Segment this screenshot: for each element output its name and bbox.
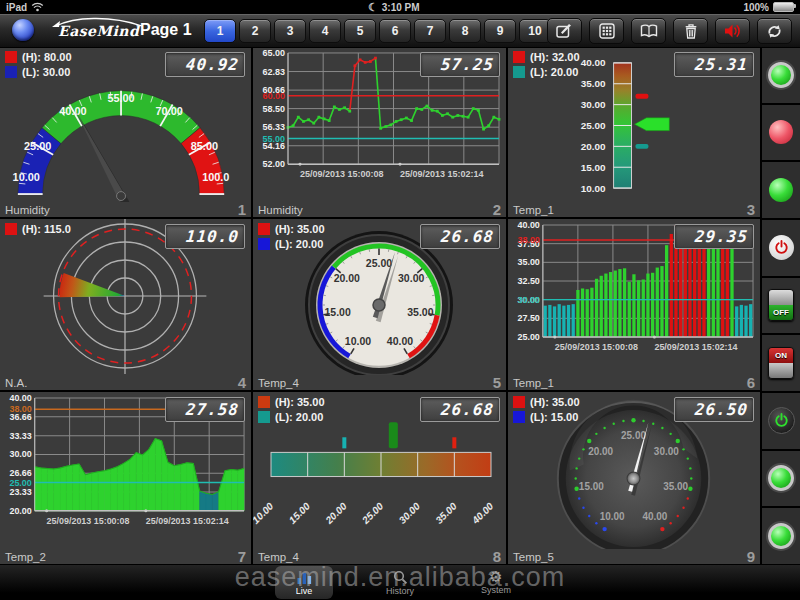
svg-text:30.00: 30.00 — [397, 500, 423, 526]
page-button-2[interactable]: 2 — [239, 19, 271, 43]
svg-text:25.00: 25.00 — [517, 332, 539, 342]
legend-swatch — [5, 223, 17, 235]
legend-label: (L): 15.00 — [530, 411, 578, 423]
tab-live[interactable]: Live — [275, 566, 333, 599]
red-led-icon — [769, 120, 793, 144]
side-control-column: OFFON — [762, 47, 800, 564]
legend-swatch — [513, 396, 525, 408]
logo-swoosh — [48, 16, 148, 30]
legend-label: (H): 35.00 — [275, 223, 325, 235]
trash-icon — [684, 23, 698, 39]
svg-text:40.00: 40.00 — [642, 511, 667, 522]
svg-text:10.00: 10.00 — [253, 500, 276, 526]
alarm-sound-button[interactable] — [715, 18, 750, 44]
page-button-1[interactable]: 1 — [204, 19, 236, 43]
panel-legend: (H): 35.00(L): 20.00 — [258, 223, 325, 250]
svg-text:70.00: 70.00 — [156, 105, 183, 117]
value-display: 110.0 — [165, 224, 245, 249]
value-display: 25.31 — [674, 52, 754, 77]
status-led-1[interactable] — [762, 47, 800, 103]
svg-text:25/09/2013 15:02:14: 25/09/2013 15:02:14 — [654, 342, 737, 352]
svg-text:23.33: 23.33 — [9, 487, 31, 497]
panel-footer: Humidity2 — [253, 202, 506, 217]
legend-item: (H): 35.00 — [258, 396, 325, 408]
easemind-dashboard: iPad ☾ 3:10 PM 100% EaseMind Page 1 1234… — [0, 0, 800, 600]
svg-text:25.00: 25.00 — [9, 478, 31, 488]
page-button-5[interactable]: 5 — [344, 19, 376, 43]
book-button[interactable] — [631, 18, 666, 44]
grid-button[interactable] — [589, 18, 624, 44]
svg-text:27.50: 27.50 — [517, 313, 539, 323]
legend-label: (H): 35.00 — [530, 396, 580, 408]
legend-item: (H): 115.0 — [5, 223, 71, 235]
switch-on[interactable]: ON — [762, 335, 800, 391]
svg-text:20.00: 20.00 — [334, 272, 360, 284]
svg-text:25/09/2013 15:00:08: 25/09/2013 15:00:08 — [47, 516, 130, 526]
status-led-2[interactable] — [762, 105, 800, 161]
page-button-7[interactable]: 7 — [414, 19, 446, 43]
value-display: 26.68 — [420, 224, 500, 249]
page-button-6[interactable]: 6 — [379, 19, 411, 43]
power-icon — [769, 235, 794, 260]
svg-text:40.00: 40.00 — [9, 393, 31, 403]
svg-text:10.00: 10.00 — [345, 335, 371, 347]
page-button-8[interactable]: 8 — [449, 19, 481, 43]
legend-item: (H): 35.00 — [513, 396, 580, 408]
delete-button[interactable] — [673, 18, 708, 44]
status-led-3[interactable] — [762, 162, 800, 218]
svg-text:52.00: 52.00 — [262, 159, 285, 169]
bar-chart-icon — [296, 570, 313, 585]
app-toolbar: EaseMind Page 1 12345678910 — [0, 14, 800, 48]
status-led-9[interactable] — [762, 508, 800, 564]
panel-humidity-gauge: (H): 80.00(L): 30.00 40.92 10.0025.0040.… — [0, 47, 251, 217]
svg-text:40.00: 40.00 — [387, 335, 413, 347]
page-button-4[interactable]: 4 — [309, 19, 341, 43]
panel-footer: Humidity1 — [0, 202, 251, 217]
legend-swatch — [258, 411, 270, 423]
sync-icon — [766, 24, 783, 39]
page-button-9[interactable]: 9 — [484, 19, 516, 43]
legend-swatch — [513, 51, 525, 63]
svg-text:20.00: 20.00 — [323, 500, 349, 527]
svg-text:20.00: 20.00 — [9, 506, 31, 516]
panel-footer: Temp_27 — [0, 549, 251, 564]
svg-text:15.00: 15.00 — [287, 500, 313, 526]
edit-icon — [556, 23, 573, 39]
power-button-red[interactable] — [762, 220, 800, 276]
page-button-3[interactable]: 3 — [274, 19, 306, 43]
switch-off[interactable]: OFF — [762, 278, 800, 334]
legend-label: (L): 30.00 — [22, 66, 70, 78]
panel-temp4-dial: (H): 35.00(L): 20.00 26.68 10.0015.0020.… — [253, 219, 506, 390]
status-led-8[interactable] — [762, 451, 800, 507]
tab-history[interactable]: History — [371, 566, 429, 599]
legend-swatch — [5, 66, 17, 78]
legend-item: (H): 32.00 — [513, 51, 580, 63]
legend-item: (L): 30.00 — [5, 66, 72, 78]
value-display: 29.35 — [674, 224, 754, 249]
battery-icon — [773, 2, 794, 12]
panel-footer: Temp_48 — [253, 549, 506, 564]
legend-label: (L): 20.00 — [275, 238, 323, 250]
book-icon — [640, 24, 658, 38]
svg-text:35.00: 35.00 — [581, 78, 606, 89]
svg-text:35.00: 35.00 — [663, 481, 688, 492]
edit-button[interactable] — [547, 18, 582, 44]
svg-text:56.33: 56.33 — [262, 122, 285, 132]
tab-system[interactable]: ⚙ System — [467, 566, 525, 599]
svg-text:10.00: 10.00 — [600, 511, 625, 522]
svg-text:40.00: 40.00 — [581, 57, 606, 68]
svg-text:30.00: 30.00 — [654, 446, 679, 457]
legend-label: (L): 20.00 — [530, 66, 578, 78]
green-led-icon — [768, 465, 794, 491]
svg-text:20.00: 20.00 — [588, 446, 613, 457]
dashboard-grid: (H): 80.00(L): 30.00 40.92 10.0025.0040.… — [0, 47, 800, 565]
panel-temp2-area: 27.58 40.0036.6633.3330.0026.6623.3320.0… — [0, 392, 251, 564]
svg-text:35.00: 35.00 — [517, 257, 539, 267]
svg-text:58.50: 58.50 — [262, 104, 285, 114]
power-button-green[interactable] — [762, 393, 800, 449]
svg-text:15.00: 15.00 — [579, 481, 604, 492]
search-icon — [393, 570, 408, 585]
connection-orb-button[interactable] — [12, 19, 34, 41]
legend-label: (H): 35.00 — [275, 396, 325, 408]
sync-button[interactable] — [757, 18, 792, 44]
